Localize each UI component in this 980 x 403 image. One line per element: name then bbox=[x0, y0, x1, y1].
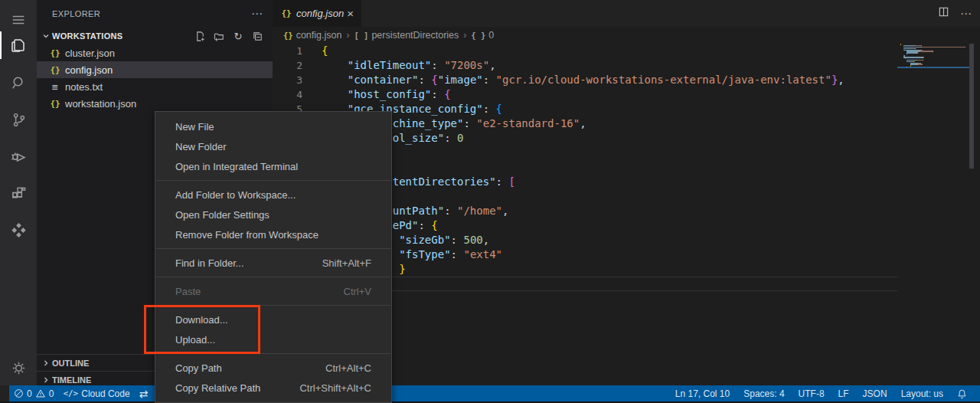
token: , bbox=[483, 234, 489, 246]
problems-status[interactable]: 0 0 bbox=[9, 385, 58, 401]
token: , bbox=[489, 59, 495, 71]
settings-gear-icon[interactable] bbox=[0, 352, 37, 383]
file-name: workstation.json bbox=[65, 98, 136, 110]
token: 0 bbox=[457, 132, 463, 144]
context-menu: New FileNew FolderOpen in Integrated Ter… bbox=[155, 111, 392, 403]
eol-status[interactable]: LF bbox=[831, 385, 856, 401]
token: : bbox=[418, 219, 431, 231]
token: { bbox=[431, 74, 437, 86]
menu-item-new-file[interactable]: New File bbox=[155, 116, 391, 136]
workspace-section-header[interactable]: WORKSTATIONS ↻ bbox=[37, 28, 273, 44]
new-file-icon[interactable] bbox=[194, 30, 206, 42]
minimap-token bbox=[922, 47, 964, 48]
extensions-icon[interactable] bbox=[0, 178, 37, 208]
minimap-token bbox=[920, 51, 933, 52]
keyboard-layout-status[interactable]: Layout: us bbox=[894, 385, 950, 401]
token: 500 bbox=[463, 234, 482, 246]
code-line: 3 "container": {"image": "gcr.io/cloud-w… bbox=[273, 73, 897, 87]
file-row[interactable]: ≡notes.txt bbox=[37, 78, 273, 95]
refresh-icon[interactable]: ↻ bbox=[232, 30, 244, 42]
menu-item-upload[interactable]: Upload... bbox=[155, 329, 391, 349]
file-name: cluster.json bbox=[65, 48, 115, 59]
new-folder-icon[interactable] bbox=[213, 30, 225, 42]
menu-item-shortcut: Ctrl+V bbox=[344, 286, 371, 297]
menu-item-new-folder[interactable]: New Folder bbox=[155, 136, 391, 156]
explorer-more-actions-icon[interactable]: ⋯ bbox=[251, 7, 263, 21]
token: : bbox=[451, 234, 464, 246]
menu-item-copy-relative-path[interactable]: Copy Relative PathCtrl+Shift+Alt+C bbox=[155, 378, 391, 398]
cloud-code-icon[interactable] bbox=[0, 215, 37, 245]
explorer-icon[interactable] bbox=[0, 31, 37, 60]
notifications-bell[interactable] bbox=[950, 385, 974, 401]
symbol-icon: [ ] bbox=[354, 31, 368, 40]
source-control-icon[interactable] bbox=[0, 104, 37, 135]
menu-item-open-in-integrated-terminal[interactable]: Open in Integrated Terminal bbox=[155, 156, 391, 176]
chevron-right-icon bbox=[41, 375, 51, 385]
breadcrumb-item[interactable]: [ ]persistentDirectories bbox=[354, 30, 459, 41]
menu-separator bbox=[156, 305, 390, 306]
line-content: "container": {"image": "gcr.io/cloud-wor… bbox=[322, 73, 844, 87]
sidebar-title: EXPLORER bbox=[52, 9, 251, 18]
token: : bbox=[444, 132, 457, 144]
warning-icon bbox=[35, 388, 46, 398]
menu-item-label: Open in Integrated Terminal bbox=[175, 161, 371, 172]
token: "container" bbox=[348, 74, 419, 86]
minimap[interactable] bbox=[897, 44, 969, 403]
menu-item-shortcut: Shift+Alt+F bbox=[322, 257, 371, 269]
token: : bbox=[444, 205, 457, 217]
minimap-token bbox=[906, 54, 907, 55]
menu-item-copy-path[interactable]: Copy PathCtrl+Alt+C bbox=[155, 358, 391, 378]
language-mode-status[interactable]: JSON bbox=[856, 385, 894, 401]
collapse-all-icon[interactable] bbox=[251, 30, 263, 42]
menu-item-find-in-folder[interactable]: Find in Folder...Shift+Alt+F bbox=[155, 253, 391, 273]
sync-status[interactable]: ⇄ bbox=[135, 385, 153, 401]
file-row[interactable]: {}config.json bbox=[37, 61, 273, 78]
breadcrumb-separator-icon: › bbox=[346, 30, 349, 41]
breadcrumb-separator-icon: › bbox=[463, 30, 466, 41]
json-file-icon: {} bbox=[280, 8, 292, 18]
token: : bbox=[451, 248, 464, 260]
editor-more-actions-icon[interactable]: ⋯ bbox=[960, 7, 972, 21]
close-icon[interactable]: × bbox=[345, 6, 355, 21]
file-row[interactable]: {}cluster.json bbox=[37, 44, 273, 61]
breadcrumb-label: 0 bbox=[488, 30, 494, 41]
line-number: 4 bbox=[273, 87, 322, 102]
activity-bar bbox=[0, 0, 37, 403]
breadcrumb-label: persistentDirectories bbox=[371, 30, 459, 41]
editor-scrollbar[interactable] bbox=[969, 44, 974, 403]
breadcrumb-item[interactable]: { }0 bbox=[471, 30, 494, 41]
menu-item-download[interactable]: Download... bbox=[155, 310, 391, 329]
menu-item-open-folder-settings[interactable]: Open Folder Settings bbox=[155, 205, 391, 224]
tab-strip: {} config.json × ⋯ bbox=[273, 0, 980, 27]
menu-item-add-folder-to-workspace[interactable]: Add Folder to Workspace... bbox=[155, 185, 391, 205]
token: { bbox=[322, 44, 328, 57]
indentation-status[interactable]: Spaces: 4 bbox=[737, 385, 791, 401]
menu-item-label: Remove Folder from Workspace bbox=[175, 229, 371, 241]
token: "image" bbox=[438, 74, 483, 86]
menu-item-remove-folder-from-workspace[interactable]: Remove Folder from Workspace bbox=[155, 224, 391, 244]
cloud-code-status[interactable]: </> Cloud Code bbox=[58, 385, 134, 401]
token: [ bbox=[508, 175, 514, 188]
tab-config-json[interactable]: {} config.json × bbox=[273, 0, 361, 27]
menu-item-label: Paste bbox=[175, 286, 344, 297]
cursor-position-status[interactable]: Ln 17, Col 10 bbox=[668, 385, 737, 401]
scrollbar-thumb[interactable] bbox=[969, 44, 974, 169]
json-file-icon: {} bbox=[49, 99, 61, 109]
symbol-icon: { } bbox=[471, 31, 485, 40]
file-row[interactable]: {}workstation.json bbox=[37, 95, 273, 112]
encoding-status[interactable]: UTF-8 bbox=[792, 385, 831, 401]
workspace-folder-label: WORKSTATIONS bbox=[52, 31, 194, 41]
breadcrumb-label: config.json bbox=[296, 30, 342, 41]
code-line: 4 "host_config": { bbox=[273, 87, 897, 102]
text-file-icon: ≡ bbox=[49, 81, 61, 93]
code-brackets-icon: </> bbox=[63, 388, 78, 398]
file-list: {}cluster.json{}config.json≡notes.txt{}w… bbox=[37, 44, 273, 112]
token: , bbox=[838, 74, 844, 86]
breadcrumb-item[interactable]: {}config.json bbox=[283, 30, 341, 41]
outline-label: OUTLINE bbox=[52, 359, 89, 368]
error-icon bbox=[14, 388, 24, 398]
search-icon[interactable] bbox=[0, 67, 37, 98]
split-editor-icon[interactable] bbox=[938, 6, 949, 21]
run-debug-icon[interactable] bbox=[0, 141, 37, 172]
menu-item-label: Open Folder Settings bbox=[175, 209, 371, 221]
